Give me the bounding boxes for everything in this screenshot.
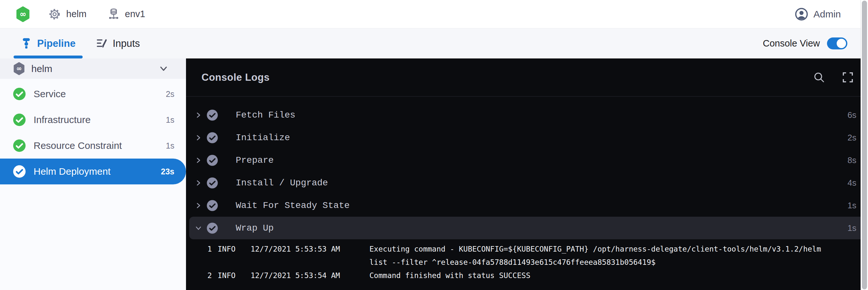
- check-circle-icon: [206, 200, 218, 212]
- sidebar-item-resource-constraint[interactable]: Resource Constraint 1s: [0, 133, 186, 159]
- log-step-wait-for-steady-state[interactable]: Wait For Steady State 1s: [189, 194, 865, 217]
- log-message: Command finished with status SUCCESS: [369, 269, 868, 282]
- check-circle-icon: [206, 154, 218, 166]
- console-header: Console Logs: [186, 59, 868, 97]
- log-step-duration: 2s: [848, 133, 857, 143]
- log-step-fetch-files[interactable]: Fetch Files 6s: [189, 104, 865, 126]
- fullscreen-icon[interactable]: [842, 71, 854, 83]
- chevron-right-icon[interactable]: [192, 131, 205, 144]
- log-lines: 1 INFO 12/7/2021 5:53:53 AM Executing co…: [186, 239, 868, 282]
- sidebar-item-infrastructure[interactable]: Infrastructure 1s: [0, 107, 186, 133]
- breadcrumb-service[interactable]: helm: [30, 8, 87, 20]
- step-label: Helm Deployment: [34, 166, 111, 177]
- chevron-right-icon[interactable]: [192, 199, 205, 212]
- scrollbar-thumb[interactable]: [862, 1, 867, 289]
- check-circle-icon: [206, 177, 218, 189]
- tab-inputs-label: Inputs: [113, 38, 140, 50]
- log-step-duration: 6s: [848, 110, 857, 120]
- log-entry: 1 INFO 12/7/2021 5:53:53 AM Executing co…: [186, 243, 868, 269]
- sidebar-item-helm-deployment[interactable]: Helm Deployment 23s: [0, 159, 186, 184]
- app-window: helm env1 Admin Pipeline Inputs Console …: [0, 0, 868, 290]
- log-step-label: Install / Upgrade: [236, 178, 328, 188]
- step-duration: 1s: [166, 141, 175, 151]
- log-step-label: Wrap Up: [236, 223, 274, 233]
- console-view-toggle[interactable]: [827, 37, 847, 50]
- log-step-duration: 8s: [848, 155, 857, 165]
- line-number: 1: [199, 243, 212, 256]
- chevron-right-icon[interactable]: [192, 154, 205, 167]
- service-name: helm: [66, 9, 87, 20]
- log-step-label: Prepare: [236, 155, 274, 165]
- search-icon[interactable]: [813, 71, 825, 83]
- chevron-right-icon[interactable]: [192, 176, 205, 189]
- step-label: Resource Constraint: [34, 140, 122, 151]
- chevron-down-icon[interactable]: [192, 222, 205, 234]
- stage-name: helm: [31, 63, 52, 74]
- step-label: Infrastructure: [34, 114, 91, 125]
- harness-service-logo-icon: [16, 6, 30, 22]
- inputs-icon: [96, 38, 107, 49]
- log-message-line: Executing command - KUBECONFIG=${KUBECON…: [369, 243, 852, 256]
- check-circle-icon: [12, 139, 26, 153]
- console-title: Console Logs: [202, 72, 270, 83]
- vertical-scrollbar[interactable]: [861, 0, 868, 290]
- log-steps: Fetch Files 6s Initialize 2s Prepare 8s: [186, 97, 868, 239]
- log-message: Executing command - KUBECONFIG=${KUBECON…: [369, 243, 868, 269]
- log-step-install-upgrade[interactable]: Install / Upgrade 4s: [189, 171, 865, 194]
- log-entry: 2 INFO 12/7/2021 5:53:54 AM Command fini…: [186, 269, 868, 282]
- log-step-duration: 4s: [848, 178, 857, 188]
- check-circle-icon: [12, 165, 26, 178]
- check-circle-icon: [206, 222, 218, 234]
- content: helm Service 2s Infrastructure 1s Resour…: [0, 59, 868, 290]
- line-number: 2: [199, 269, 212, 282]
- log-level: INFO: [218, 243, 251, 256]
- step-duration: 2s: [166, 90, 175, 99]
- check-circle-icon: [206, 109, 218, 121]
- step-label: Service: [34, 89, 66, 99]
- stage-header[interactable]: helm: [0, 59, 186, 79]
- step-duration: 1s: [166, 115, 175, 125]
- environment-icon: [108, 8, 120, 21]
- log-step-label: Fetch Files: [236, 110, 296, 120]
- check-circle-icon: [206, 132, 218, 144]
- gear-icon: [49, 8, 61, 20]
- execution-sidebar: helm Service 2s Infrastructure 1s Resour…: [0, 59, 186, 290]
- avatar-icon: [795, 8, 808, 21]
- log-step-label: Wait For Steady State: [236, 200, 350, 211]
- tab-pipeline[interactable]: Pipeline: [13, 28, 83, 59]
- log-step-prepare[interactable]: Prepare 8s: [189, 149, 865, 171]
- chevron-right-icon[interactable]: [192, 108, 205, 122]
- log-timestamp: 12/7/2021 5:53:54 AM: [251, 269, 369, 282]
- log-step-duration: 1s: [848, 223, 857, 233]
- chevron-down-icon[interactable]: [159, 64, 168, 73]
- log-step-duration: 1s: [848, 200, 857, 211]
- check-circle-icon: [12, 87, 26, 101]
- environment-name: env1: [125, 9, 145, 20]
- log-step-initialize[interactable]: Initialize 2s: [189, 126, 865, 149]
- tabbar: Pipeline Inputs Console View: [0, 28, 868, 59]
- tab-pipeline-label: Pipeline: [37, 38, 75, 50]
- log-step-label: Initialize: [236, 133, 290, 143]
- topbar: helm env1 Admin: [0, 0, 868, 28]
- log-level: INFO: [218, 269, 251, 282]
- user-menu[interactable]: Admin: [795, 8, 841, 21]
- step-duration: 23s: [161, 167, 175, 176]
- log-step-wrap-up[interactable]: Wrap Up 1s: [189, 217, 865, 239]
- log-message-line: list --filter ^release-04fa5788d11493e61…: [369, 256, 852, 269]
- pipeline-icon: [21, 38, 32, 49]
- sidebar-item-service[interactable]: Service 2s: [0, 81, 186, 107]
- console-view-label: Console View: [763, 38, 820, 49]
- check-circle-icon: [12, 113, 26, 127]
- toggle-knob: [837, 39, 846, 48]
- stage-hexagon-icon: [13, 62, 25, 75]
- log-timestamp: 12/7/2021 5:53:53 AM: [251, 243, 369, 256]
- console-panel: Console Logs Fetch Files 6s Initialize: [186, 59, 868, 290]
- log-message-line: Command finished with status SUCCESS: [369, 269, 852, 282]
- breadcrumb-environment[interactable]: env1: [87, 8, 145, 21]
- user-label: Admin: [813, 9, 841, 20]
- tab-inputs[interactable]: Inputs: [89, 28, 147, 59]
